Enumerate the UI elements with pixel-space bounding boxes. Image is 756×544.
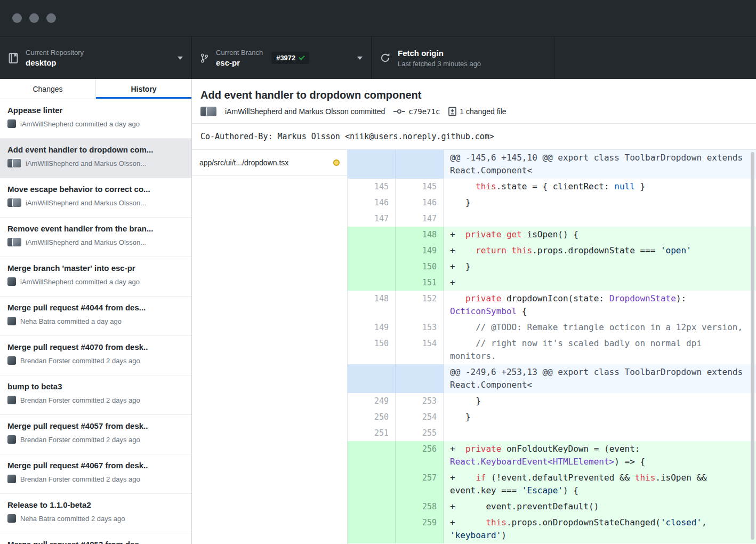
sync-icon <box>380 53 390 63</box>
diff-code-line: + <box>444 275 756 291</box>
avatar <box>7 435 16 444</box>
old-line-number: 250 <box>348 409 396 425</box>
sidebar: Changes History Appease linteriAmWillShe… <box>0 79 192 544</box>
git-branch-icon <box>200 53 208 63</box>
old-line-number: 145 <box>348 179 396 195</box>
branch-label: Current Branch <box>216 48 263 57</box>
old-line-number: 147 <box>348 211 396 227</box>
new-line-number: 153 <box>396 319 444 335</box>
diff-code-line: // @TODO: Remake triangle octicon in a 1… <box>444 319 756 335</box>
old-line-number <box>348 259 396 275</box>
diff-line-row: 147147 <box>348 211 756 227</box>
history-commit-list: Appease linteriAmWillShepherd committed … <box>0 99 191 544</box>
new-line-number: 256 <box>396 441 444 470</box>
history-commit-item[interactable]: Remove event handler from the bran...iAm… <box>0 218 191 257</box>
commit-meta: iAmWillShepherd and Markus Olsson commit… <box>200 107 747 116</box>
history-commit-item[interactable]: Merge pull request #4057 from desk..Bren… <box>0 415 191 454</box>
new-line-number: 151 <box>396 275 444 291</box>
new-line-number: 254 <box>396 409 444 425</box>
commit-summary: Appease linter <box>7 105 184 116</box>
history-commit-item[interactable]: Merge pull request #4044 from des...Neha… <box>0 297 191 336</box>
repository-label: Current Repository <box>26 48 84 57</box>
changed-files-group: 1 changed file <box>448 107 506 116</box>
diff-line-row: 148+ private get isOpen() { <box>348 227 756 243</box>
history-commit-item[interactable]: Merge branch 'master' into esc-priAmWill… <box>0 257 191 297</box>
history-commit-item[interactable]: Move escape behavior to correct co...iAm… <box>0 178 191 218</box>
diff-code-line <box>444 425 756 441</box>
avatar-stack <box>7 435 16 444</box>
avatar-stack <box>7 238 21 246</box>
diff-file-icon <box>448 107 456 116</box>
commit-summary: Merge pull request #4067 from desk.. <box>7 460 184 471</box>
diff-line-row: 151+ <box>348 275 756 291</box>
new-line-number: 257 <box>396 470 444 499</box>
new-line-number: 149 <box>396 243 444 259</box>
diff-code-line <box>444 211 756 227</box>
diff-scrollbar[interactable] <box>751 152 754 540</box>
diff-line-row: 258+ event.preventDefault() <box>348 499 756 515</box>
branch-switcher[interactable]: Current Branch esc-pr #3972 <box>192 37 372 79</box>
history-commit-item[interactable]: Merge pull request #4067 from desk..Bren… <box>0 454 191 494</box>
diff-line-row: 250254 } <box>348 409 756 425</box>
tab-history[interactable]: History <box>95 79 191 99</box>
repository-switcher[interactable]: Current Repository desktop <box>0 37 192 79</box>
commit-summary: Merge branch 'master' into esc-pr <box>7 263 184 274</box>
toolbar: Current Repository desktop Current Branc… <box>0 36 756 79</box>
minimize-button[interactable] <box>29 13 39 23</box>
avatar-stack <box>7 317 16 325</box>
close-button[interactable] <box>12 13 22 23</box>
tab-changes[interactable]: Changes <box>0 79 95 99</box>
commit-header: Add event handler to dropdown component … <box>192 79 756 124</box>
history-commit-item[interactable]: Release to 1.1.0-beta2Neha Batra committ… <box>0 494 191 533</box>
commit-meta-text: iAmWillShepherd and Markus Olsson... <box>26 199 146 207</box>
pull-request-number: #3972 <box>276 54 295 62</box>
zoom-button[interactable] <box>46 13 56 23</box>
old-line-number: 251 <box>348 425 396 441</box>
new-line-number: 150 <box>396 259 444 275</box>
pull-request-badge: #3972 <box>271 52 309 64</box>
history-commit-item[interactable]: Appease linteriAmWillShepherd committed … <box>0 99 191 139</box>
diff-line-row: 150+ } <box>348 259 756 275</box>
commit-summary: Merge pull request #4044 from des... <box>7 302 184 313</box>
old-line-number <box>348 364 396 393</box>
avatar <box>7 317 16 325</box>
new-line-number <box>396 150 444 179</box>
diff-view: @@ -145,6 +145,10 @@ export class Toolba… <box>348 150 756 544</box>
commit-meta: Brendan Forster committed 2 days ago <box>7 396 184 404</box>
avatar-stack <box>7 159 21 167</box>
commit-summary: Remove event handler from the bran... <box>7 223 184 234</box>
new-line-number: 255 <box>396 425 444 441</box>
new-line-number: 154 <box>396 335 444 364</box>
diff-code-line: @@ -145,6 +145,10 @@ export class Toolba… <box>444 150 756 179</box>
git-commit-icon <box>393 108 405 115</box>
old-line-number <box>348 150 396 179</box>
diff-code-line: + event.preventDefault() <box>444 499 756 515</box>
avatar <box>7 356 16 365</box>
commit-meta-text: Neha Batra committed a day ago <box>20 317 122 325</box>
avatar-stack <box>200 107 216 116</box>
commit-meta: Brendan Forster committed 2 days ago <box>7 435 184 444</box>
diff-line-row: 256+ private onFoldoutKeyDown = (event: … <box>348 441 756 470</box>
commit-summary: Move escape behavior to correct co... <box>7 184 184 195</box>
history-commit-item[interactable]: bump to beta3Brendan Forster committed 2… <box>0 375 191 415</box>
fetch-title: Fetch origin <box>398 48 481 59</box>
avatar <box>13 159 21 167</box>
fetch-origin-button[interactable]: Fetch origin Last fetched 3 minutes ago <box>372 37 554 79</box>
changed-files-count: 1 changed file <box>460 107 506 116</box>
avatar-stack <box>7 119 16 128</box>
avatar-stack <box>7 356 16 365</box>
file-list-item[interactable]: app/src/ui/t.../dropdown.tsx <box>192 150 347 175</box>
old-line-number <box>348 441 396 470</box>
history-commit-item[interactable]: Merge pull request #4053 from des...Bren… <box>0 533 191 544</box>
new-line-number: 145 <box>396 179 444 195</box>
history-commit-item[interactable]: Add event handler to dropdown com...iAmW… <box>0 139 191 178</box>
old-line-number <box>348 243 396 259</box>
diff-line-row: 145145 this.state = { clientRect: null } <box>348 179 756 195</box>
avatar <box>13 238 21 246</box>
commit-meta: iAmWillShepherd and Markus Olsson... <box>7 159 184 167</box>
old-line-number: 150 <box>348 335 396 364</box>
content-area: Changes History Appease linteriAmWillShe… <box>0 79 756 544</box>
new-line-number: 146 <box>396 195 444 211</box>
commit-detail: Add event handler to dropdown component … <box>192 79 756 544</box>
history-commit-item[interactable]: Merge pull request #4070 from desk..Bren… <box>0 336 191 375</box>
